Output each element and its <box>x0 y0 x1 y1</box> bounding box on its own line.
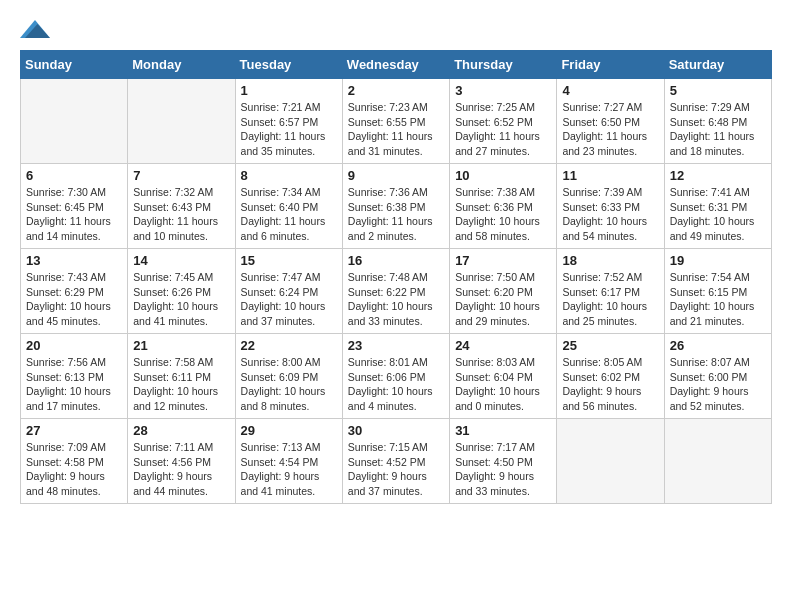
calendar-cell: 31Sunrise: 7:17 AM Sunset: 4:50 PM Dayli… <box>450 419 557 504</box>
day-number: 30 <box>348 423 444 438</box>
calendar-cell: 9Sunrise: 7:36 AM Sunset: 6:38 PM Daylig… <box>342 164 449 249</box>
calendar-cell: 15Sunrise: 7:47 AM Sunset: 6:24 PM Dayli… <box>235 249 342 334</box>
day-info: Sunrise: 7:15 AM Sunset: 4:52 PM Dayligh… <box>348 440 444 499</box>
day-number: 15 <box>241 253 337 268</box>
day-info: Sunrise: 7:45 AM Sunset: 6:26 PM Dayligh… <box>133 270 229 329</box>
day-number: 1 <box>241 83 337 98</box>
calendar-cell <box>664 419 771 504</box>
day-info: Sunrise: 7:17 AM Sunset: 4:50 PM Dayligh… <box>455 440 551 499</box>
day-number: 13 <box>26 253 122 268</box>
day-number: 23 <box>348 338 444 353</box>
calendar-cell: 22Sunrise: 8:00 AM Sunset: 6:09 PM Dayli… <box>235 334 342 419</box>
calendar-cell: 17Sunrise: 7:50 AM Sunset: 6:20 PM Dayli… <box>450 249 557 334</box>
calendar-header-row: SundayMondayTuesdayWednesdayThursdayFrid… <box>21 51 772 79</box>
logo <box>20 20 50 40</box>
day-info: Sunrise: 7:58 AM Sunset: 6:11 PM Dayligh… <box>133 355 229 414</box>
day-info: Sunrise: 8:00 AM Sunset: 6:09 PM Dayligh… <box>241 355 337 414</box>
calendar-cell: 7Sunrise: 7:32 AM Sunset: 6:43 PM Daylig… <box>128 164 235 249</box>
day-number: 29 <box>241 423 337 438</box>
calendar-cell: 14Sunrise: 7:45 AM Sunset: 6:26 PM Dayli… <box>128 249 235 334</box>
calendar-cell: 24Sunrise: 8:03 AM Sunset: 6:04 PM Dayli… <box>450 334 557 419</box>
calendar-cell: 23Sunrise: 8:01 AM Sunset: 6:06 PM Dayli… <box>342 334 449 419</box>
calendar-cell: 19Sunrise: 7:54 AM Sunset: 6:15 PM Dayli… <box>664 249 771 334</box>
calendar-week-row: 27Sunrise: 7:09 AM Sunset: 4:58 PM Dayli… <box>21 419 772 504</box>
day-info: Sunrise: 7:09 AM Sunset: 4:58 PM Dayligh… <box>26 440 122 499</box>
calendar-cell: 27Sunrise: 7:09 AM Sunset: 4:58 PM Dayli… <box>21 419 128 504</box>
day-number: 22 <box>241 338 337 353</box>
day-number: 27 <box>26 423 122 438</box>
calendar-week-row: 13Sunrise: 7:43 AM Sunset: 6:29 PM Dayli… <box>21 249 772 334</box>
day-number: 3 <box>455 83 551 98</box>
weekday-header: Monday <box>128 51 235 79</box>
day-number: 11 <box>562 168 658 183</box>
day-number: 24 <box>455 338 551 353</box>
day-info: Sunrise: 7:23 AM Sunset: 6:55 PM Dayligh… <box>348 100 444 159</box>
calendar-cell: 3Sunrise: 7:25 AM Sunset: 6:52 PM Daylig… <box>450 79 557 164</box>
day-info: Sunrise: 7:32 AM Sunset: 6:43 PM Dayligh… <box>133 185 229 244</box>
calendar-cell: 30Sunrise: 7:15 AM Sunset: 4:52 PM Dayli… <box>342 419 449 504</box>
calendar-cell: 18Sunrise: 7:52 AM Sunset: 6:17 PM Dayli… <box>557 249 664 334</box>
calendar-cell: 10Sunrise: 7:38 AM Sunset: 6:36 PM Dayli… <box>450 164 557 249</box>
day-info: Sunrise: 7:36 AM Sunset: 6:38 PM Dayligh… <box>348 185 444 244</box>
weekday-header: Saturday <box>664 51 771 79</box>
calendar-cell: 20Sunrise: 7:56 AM Sunset: 6:13 PM Dayli… <box>21 334 128 419</box>
day-number: 25 <box>562 338 658 353</box>
calendar-cell: 26Sunrise: 8:07 AM Sunset: 6:00 PM Dayli… <box>664 334 771 419</box>
calendar-week-row: 1Sunrise: 7:21 AM Sunset: 6:57 PM Daylig… <box>21 79 772 164</box>
day-number: 10 <box>455 168 551 183</box>
day-number: 17 <box>455 253 551 268</box>
day-info: Sunrise: 7:41 AM Sunset: 6:31 PM Dayligh… <box>670 185 766 244</box>
weekday-header: Wednesday <box>342 51 449 79</box>
day-info: Sunrise: 8:05 AM Sunset: 6:02 PM Dayligh… <box>562 355 658 414</box>
day-info: Sunrise: 8:07 AM Sunset: 6:00 PM Dayligh… <box>670 355 766 414</box>
calendar-cell: 28Sunrise: 7:11 AM Sunset: 4:56 PM Dayli… <box>128 419 235 504</box>
day-info: Sunrise: 7:54 AM Sunset: 6:15 PM Dayligh… <box>670 270 766 329</box>
day-number: 20 <box>26 338 122 353</box>
calendar-cell: 21Sunrise: 7:58 AM Sunset: 6:11 PM Dayli… <box>128 334 235 419</box>
day-number: 16 <box>348 253 444 268</box>
calendar-table: SundayMondayTuesdayWednesdayThursdayFrid… <box>20 50 772 504</box>
day-number: 4 <box>562 83 658 98</box>
day-number: 26 <box>670 338 766 353</box>
day-info: Sunrise: 7:25 AM Sunset: 6:52 PM Dayligh… <box>455 100 551 159</box>
day-info: Sunrise: 7:47 AM Sunset: 6:24 PM Dayligh… <box>241 270 337 329</box>
calendar-cell: 13Sunrise: 7:43 AM Sunset: 6:29 PM Dayli… <box>21 249 128 334</box>
calendar-week-row: 20Sunrise: 7:56 AM Sunset: 6:13 PM Dayli… <box>21 334 772 419</box>
day-info: Sunrise: 7:48 AM Sunset: 6:22 PM Dayligh… <box>348 270 444 329</box>
day-info: Sunrise: 7:34 AM Sunset: 6:40 PM Dayligh… <box>241 185 337 244</box>
weekday-header: Thursday <box>450 51 557 79</box>
calendar-cell: 8Sunrise: 7:34 AM Sunset: 6:40 PM Daylig… <box>235 164 342 249</box>
day-number: 7 <box>133 168 229 183</box>
day-info: Sunrise: 7:52 AM Sunset: 6:17 PM Dayligh… <box>562 270 658 329</box>
day-info: Sunrise: 7:38 AM Sunset: 6:36 PM Dayligh… <box>455 185 551 244</box>
day-number: 19 <box>670 253 766 268</box>
calendar-cell: 12Sunrise: 7:41 AM Sunset: 6:31 PM Dayli… <box>664 164 771 249</box>
weekday-header: Tuesday <box>235 51 342 79</box>
day-info: Sunrise: 8:03 AM Sunset: 6:04 PM Dayligh… <box>455 355 551 414</box>
calendar-week-row: 6Sunrise: 7:30 AM Sunset: 6:45 PM Daylig… <box>21 164 772 249</box>
day-info: Sunrise: 7:43 AM Sunset: 6:29 PM Dayligh… <box>26 270 122 329</box>
logo-icon <box>20 20 50 38</box>
weekday-header: Sunday <box>21 51 128 79</box>
calendar-cell: 11Sunrise: 7:39 AM Sunset: 6:33 PM Dayli… <box>557 164 664 249</box>
calendar-cell <box>128 79 235 164</box>
day-number: 28 <box>133 423 229 438</box>
day-info: Sunrise: 7:27 AM Sunset: 6:50 PM Dayligh… <box>562 100 658 159</box>
day-number: 8 <box>241 168 337 183</box>
calendar-cell: 1Sunrise: 7:21 AM Sunset: 6:57 PM Daylig… <box>235 79 342 164</box>
day-number: 14 <box>133 253 229 268</box>
day-info: Sunrise: 8:01 AM Sunset: 6:06 PM Dayligh… <box>348 355 444 414</box>
calendar-cell: 16Sunrise: 7:48 AM Sunset: 6:22 PM Dayli… <box>342 249 449 334</box>
day-info: Sunrise: 7:11 AM Sunset: 4:56 PM Dayligh… <box>133 440 229 499</box>
day-number: 9 <box>348 168 444 183</box>
calendar-cell: 25Sunrise: 8:05 AM Sunset: 6:02 PM Dayli… <box>557 334 664 419</box>
day-number: 6 <box>26 168 122 183</box>
day-number: 12 <box>670 168 766 183</box>
page-header <box>20 20 772 40</box>
day-info: Sunrise: 7:21 AM Sunset: 6:57 PM Dayligh… <box>241 100 337 159</box>
day-info: Sunrise: 7:39 AM Sunset: 6:33 PM Dayligh… <box>562 185 658 244</box>
day-info: Sunrise: 7:29 AM Sunset: 6:48 PM Dayligh… <box>670 100 766 159</box>
calendar-cell: 2Sunrise: 7:23 AM Sunset: 6:55 PM Daylig… <box>342 79 449 164</box>
day-info: Sunrise: 7:13 AM Sunset: 4:54 PM Dayligh… <box>241 440 337 499</box>
calendar-cell: 29Sunrise: 7:13 AM Sunset: 4:54 PM Dayli… <box>235 419 342 504</box>
